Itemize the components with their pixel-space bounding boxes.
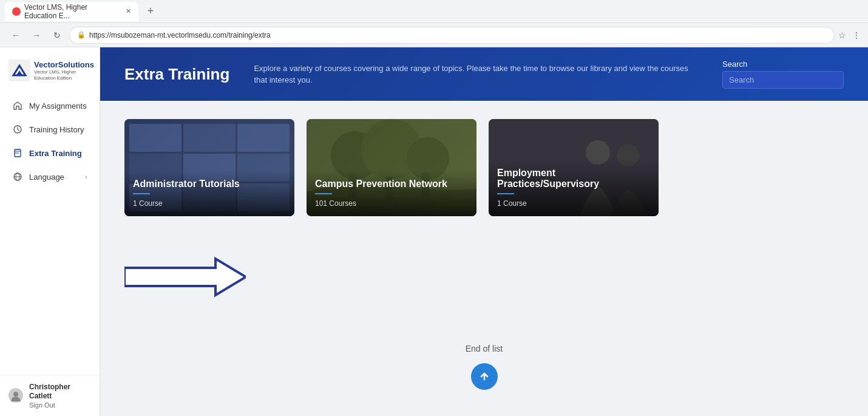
- bookmark-icon[interactable]: ☆: [838, 30, 846, 40]
- logo-area: VectorSolutions Vector LMS, Higher Educa…: [0, 53, 100, 94]
- courses-area: Administrator Tutorials 1 Course: [100, 101, 868, 416]
- arrow-pointer: [124, 256, 246, 298]
- sidebar-item-label-my-assignments: My Assignments: [29, 101, 87, 111]
- card-divider-campus: [315, 193, 332, 194]
- history-icon: [12, 124, 23, 135]
- card-title-employ: Employment Practices/Supervisory: [497, 168, 650, 189]
- svg-marker-20: [124, 259, 246, 295]
- forward-button[interactable]: →: [28, 27, 45, 44]
- tab-close-btn[interactable]: ✕: [126, 7, 131, 15]
- url-text: https://msubozeman-mt.vectorlmsedu.com/t…: [89, 31, 271, 39]
- back-to-top-area: [124, 363, 844, 390]
- course-card-employment[interactable]: Employment Practices/Supervisory 1 Cours…: [489, 119, 659, 216]
- header-description: Explore a variety of courses covering a …: [254, 63, 698, 86]
- back-button[interactable]: ←: [7, 27, 24, 44]
- user-name-line1: Christopher: [29, 383, 70, 392]
- browser-tab[interactable]: Vector LMS, Higher Education E... ✕: [5, 2, 138, 21]
- course-card-campus-prevention[interactable]: Campus Prevention Network 101 Courses: [307, 119, 476, 216]
- logo-icon: [8, 60, 30, 81]
- chevron-right-icon: ›: [85, 173, 87, 180]
- book-icon: [12, 148, 23, 159]
- sidebar-item-my-assignments[interactable]: My Assignments: [4, 94, 96, 117]
- card-title-campus: Campus Prevention Network: [315, 179, 468, 189]
- card-divider-employ: [497, 193, 514, 194]
- sidebar-item-extra-training[interactable]: Extra Training: [4, 142, 96, 165]
- search-area: Search: [722, 60, 844, 89]
- sidebar-item-language[interactable]: Language ›: [4, 165, 96, 188]
- search-button[interactable]: [837, 72, 844, 88]
- back-to-top-button[interactable]: [471, 363, 498, 390]
- card-divider-admin: [133, 193, 150, 194]
- search-input[interactable]: [723, 72, 837, 88]
- card-overlay-admin: Administrator Tutorials 1 Course: [124, 170, 294, 216]
- user-name-line2: Catlett: [29, 392, 70, 401]
- sidebar-user: Christopher Catlett Sign Out: [0, 375, 100, 416]
- card-count-admin: 1 Course: [133, 199, 286, 208]
- address-bar[interactable]: 🔒 https://msubozeman-mt.vectorlmsedu.com…: [69, 27, 835, 44]
- tab-favicon: [12, 7, 21, 16]
- card-overlay-employ: Employment Practices/Supervisory 1 Cours…: [489, 159, 659, 216]
- app-container: VectorSolutions Vector LMS, Higher Educa…: [0, 47, 868, 416]
- reload-button[interactable]: ↻: [49, 27, 66, 44]
- course-card-admin-tutorials[interactable]: Administrator Tutorials 1 Course: [124, 119, 294, 216]
- card-overlay-campus: Campus Prevention Network 101 Courses: [307, 170, 476, 216]
- new-tab-button[interactable]: +: [142, 3, 159, 20]
- logo-sub-text: Vector LMS, Higher Education Edition: [34, 69, 94, 81]
- bottom-row: Environmental 40 Courses: [124, 228, 844, 326]
- sign-out-link[interactable]: Sign Out: [29, 401, 70, 409]
- card-count-employ: 1 Course: [497, 199, 650, 208]
- sidebar-item-label-extra-training: Extra Training: [29, 149, 82, 158]
- end-of-list-text: End of list: [124, 344, 844, 353]
- courses-grid-top: Administrator Tutorials 1 Course: [124, 119, 844, 216]
- address-bar-row: ← → ↻ 🔒 https://msubozeman-mt.vectorlmse…: [0, 23, 868, 47]
- browser-chrome: Vector LMS, Higher Education E... ✕ +: [0, 0, 868, 23]
- home-icon: [12, 100, 23, 111]
- page-header: Extra Training Explore a variety of cour…: [100, 47, 868, 101]
- svg-point-7: [13, 392, 18, 397]
- arrow-svg: [124, 256, 246, 298]
- search-label: Search: [722, 60, 844, 69]
- secure-icon: 🔒: [77, 31, 86, 39]
- logo-main-text: VectorSolutions: [34, 60, 94, 69]
- user-info: Christopher Catlett Sign Out: [29, 383, 70, 409]
- page-title: Extra Training: [124, 65, 229, 84]
- sidebar-language-label: Language: [29, 172, 64, 182]
- sidebar-nav: My Assignments Training History: [0, 94, 100, 370]
- sidebar: VectorSolutions Vector LMS, Higher Educa…: [0, 47, 100, 416]
- more-options-icon[interactable]: ⋮: [852, 30, 861, 40]
- avatar: [8, 388, 23, 403]
- main-content: Extra Training Explore a variety of cour…: [100, 47, 868, 416]
- globe-icon: [12, 171, 23, 182]
- tab-title: Vector LMS, Higher Education E...: [24, 3, 118, 20]
- sidebar-item-training-history[interactable]: Training History: [4, 118, 96, 141]
- card-count-campus: 101 Courses: [315, 199, 468, 208]
- card-title-admin: Administrator Tutorials: [133, 179, 286, 189]
- search-box: [722, 71, 844, 89]
- sidebar-item-label-training-history: Training History: [29, 125, 84, 134]
- logo-text: VectorSolutions Vector LMS, Higher Educa…: [34, 60, 94, 81]
